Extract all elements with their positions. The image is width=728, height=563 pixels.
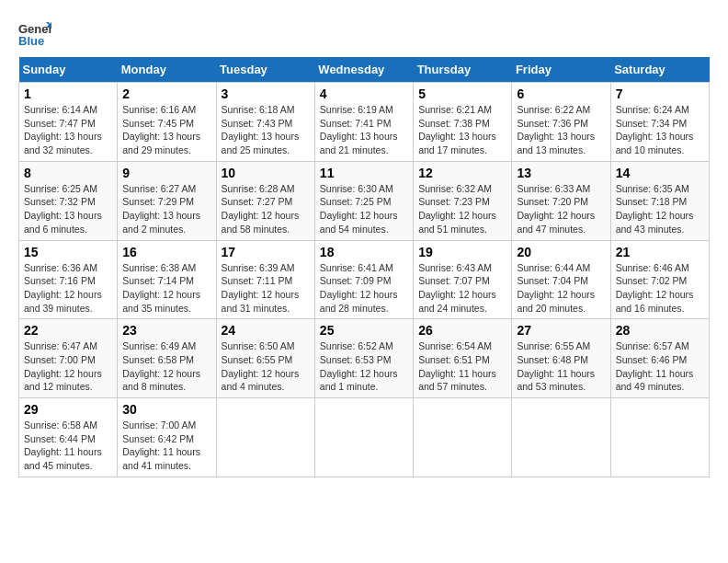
day-number: 14 bbox=[616, 166, 704, 180]
calendar-cell bbox=[414, 398, 512, 477]
calendar-cell: 24Sunrise: 6:50 AM Sunset: 6:55 PM Dayli… bbox=[216, 319, 314, 398]
day-info: Sunrise: 6:47 AM Sunset: 7:00 PM Dayligh… bbox=[24, 339, 112, 394]
day-number: 5 bbox=[418, 86, 506, 101]
day-number: 26 bbox=[418, 323, 506, 338]
calendar-cell: 4Sunrise: 6:19 AM Sunset: 7:41 PM Daylig… bbox=[314, 83, 413, 162]
day-info: Sunrise: 6:36 AM Sunset: 7:16 PM Dayligh… bbox=[24, 261, 112, 316]
week-row-5: 29Sunrise: 6:58 AM Sunset: 6:44 PM Dayli… bbox=[19, 398, 710, 477]
day-number: 28 bbox=[616, 323, 704, 338]
calendar-cell: 30Sunrise: 7:00 AM Sunset: 6:42 PM Dayli… bbox=[118, 398, 216, 477]
header-day-tuesday: Tuesday bbox=[216, 57, 314, 83]
calendar-cell: 15Sunrise: 6:36 AM Sunset: 7:16 PM Dayli… bbox=[19, 240, 118, 319]
day-info: Sunrise: 6:18 AM Sunset: 7:43 PM Dayligh… bbox=[222, 103, 310, 157]
calendar-cell: 8Sunrise: 6:25 AM Sunset: 7:32 PM Daylig… bbox=[19, 161, 118, 240]
calendar-cell: 7Sunrise: 6:24 AM Sunset: 7:34 PM Daylig… bbox=[610, 83, 709, 162]
header: General Blue bbox=[18, 18, 710, 48]
calendar-cell: 16Sunrise: 6:38 AM Sunset: 7:14 PM Dayli… bbox=[118, 240, 216, 319]
calendar-cell: 28Sunrise: 6:57 AM Sunset: 6:46 PM Dayli… bbox=[610, 319, 709, 398]
week-row-3: 15Sunrise: 6:36 AM Sunset: 7:16 PM Dayli… bbox=[19, 240, 710, 319]
header-day-saturday: Saturday bbox=[610, 57, 709, 83]
day-number: 11 bbox=[320, 166, 408, 180]
day-number: 22 bbox=[24, 323, 112, 338]
day-info: Sunrise: 6:41 AM Sunset: 7:09 PM Dayligh… bbox=[320, 261, 408, 316]
day-number: 6 bbox=[517, 86, 605, 101]
day-info: Sunrise: 6:49 AM Sunset: 6:58 PM Dayligh… bbox=[122, 339, 210, 394]
week-row-1: 1Sunrise: 6:14 AM Sunset: 7:47 PM Daylig… bbox=[19, 83, 710, 162]
day-info: Sunrise: 6:55 AM Sunset: 6:48 PM Dayligh… bbox=[517, 339, 605, 394]
header-day-thursday: Thursday bbox=[414, 57, 512, 83]
calendar-cell: 14Sunrise: 6:35 AM Sunset: 7:18 PM Dayli… bbox=[610, 161, 709, 240]
day-number: 4 bbox=[320, 86, 408, 101]
day-info: Sunrise: 6:58 AM Sunset: 6:44 PM Dayligh… bbox=[24, 419, 112, 473]
day-number: 8 bbox=[24, 166, 112, 180]
day-info: Sunrise: 6:35 AM Sunset: 7:18 PM Dayligh… bbox=[616, 182, 704, 236]
day-number: 24 bbox=[222, 323, 310, 338]
day-number: 23 bbox=[122, 323, 210, 338]
day-info: Sunrise: 6:27 AM Sunset: 7:29 PM Dayligh… bbox=[122, 182, 210, 236]
day-info: Sunrise: 6:54 AM Sunset: 6:51 PM Dayligh… bbox=[418, 339, 506, 394]
header-day-monday: Monday bbox=[118, 57, 216, 83]
day-info: Sunrise: 6:16 AM Sunset: 7:45 PM Dayligh… bbox=[122, 103, 210, 157]
day-number: 30 bbox=[122, 402, 210, 417]
calendar-cell: 26Sunrise: 6:54 AM Sunset: 6:51 PM Dayli… bbox=[414, 319, 512, 398]
day-number: 15 bbox=[24, 245, 112, 259]
calendar-cell: 23Sunrise: 6:49 AM Sunset: 6:58 PM Dayli… bbox=[118, 319, 216, 398]
day-info: Sunrise: 6:46 AM Sunset: 7:02 PM Dayligh… bbox=[616, 261, 704, 316]
logo: General Blue bbox=[18, 18, 55, 48]
day-number: 13 bbox=[517, 166, 605, 180]
calendar-cell: 25Sunrise: 6:52 AM Sunset: 6:53 PM Dayli… bbox=[314, 319, 413, 398]
day-info: Sunrise: 6:28 AM Sunset: 7:27 PM Dayligh… bbox=[222, 182, 310, 236]
day-info: Sunrise: 6:30 AM Sunset: 7:25 PM Dayligh… bbox=[320, 182, 408, 236]
day-number: 21 bbox=[616, 245, 704, 259]
logo-icon: General Blue bbox=[18, 18, 51, 48]
header-day-wednesday: Wednesday bbox=[314, 57, 413, 83]
calendar-cell: 29Sunrise: 6:58 AM Sunset: 6:44 PM Dayli… bbox=[19, 398, 118, 477]
day-number: 7 bbox=[616, 86, 704, 101]
day-number: 25 bbox=[320, 323, 408, 338]
day-info: Sunrise: 6:57 AM Sunset: 6:46 PM Dayligh… bbox=[616, 339, 704, 394]
calendar-cell bbox=[314, 398, 413, 477]
calendar-cell: 19Sunrise: 6:43 AM Sunset: 7:07 PM Dayli… bbox=[414, 240, 512, 319]
week-row-2: 8Sunrise: 6:25 AM Sunset: 7:32 PM Daylig… bbox=[19, 161, 710, 240]
svg-text:Blue: Blue bbox=[18, 34, 44, 48]
day-number: 16 bbox=[122, 245, 210, 259]
calendar-cell: 17Sunrise: 6:39 AM Sunset: 7:11 PM Dayli… bbox=[216, 240, 314, 319]
calendar-cell: 20Sunrise: 6:44 AM Sunset: 7:04 PM Dayli… bbox=[512, 240, 610, 319]
day-info: Sunrise: 6:32 AM Sunset: 7:23 PM Dayligh… bbox=[418, 182, 506, 236]
day-number: 20 bbox=[517, 245, 605, 259]
calendar-cell: 18Sunrise: 6:41 AM Sunset: 7:09 PM Dayli… bbox=[314, 240, 413, 319]
calendar-cell: 10Sunrise: 6:28 AM Sunset: 7:27 PM Dayli… bbox=[216, 161, 314, 240]
calendar-cell: 1Sunrise: 6:14 AM Sunset: 7:47 PM Daylig… bbox=[19, 83, 118, 162]
week-row-4: 22Sunrise: 6:47 AM Sunset: 7:00 PM Dayli… bbox=[19, 319, 710, 398]
calendar-cell: 3Sunrise: 6:18 AM Sunset: 7:43 PM Daylig… bbox=[216, 83, 314, 162]
calendar-cell: 22Sunrise: 6:47 AM Sunset: 7:00 PM Dayli… bbox=[19, 319, 118, 398]
day-info: Sunrise: 6:19 AM Sunset: 7:41 PM Dayligh… bbox=[320, 103, 408, 157]
day-info: Sunrise: 6:50 AM Sunset: 6:55 PM Dayligh… bbox=[222, 339, 310, 394]
day-info: Sunrise: 6:22 AM Sunset: 7:36 PM Dayligh… bbox=[517, 103, 605, 157]
day-info: Sunrise: 6:52 AM Sunset: 6:53 PM Dayligh… bbox=[320, 339, 408, 394]
day-number: 12 bbox=[418, 166, 506, 180]
day-info: Sunrise: 6:39 AM Sunset: 7:11 PM Dayligh… bbox=[222, 261, 310, 316]
day-number: 18 bbox=[320, 245, 408, 259]
day-number: 19 bbox=[418, 245, 506, 259]
day-number: 17 bbox=[222, 245, 310, 259]
day-number: 9 bbox=[122, 166, 210, 180]
calendar-cell: 5Sunrise: 6:21 AM Sunset: 7:38 PM Daylig… bbox=[414, 83, 512, 162]
day-info: Sunrise: 6:25 AM Sunset: 7:32 PM Dayligh… bbox=[24, 182, 112, 236]
calendar-cell: 21Sunrise: 6:46 AM Sunset: 7:02 PM Dayli… bbox=[610, 240, 709, 319]
calendar-cell bbox=[610, 398, 709, 477]
day-info: Sunrise: 6:14 AM Sunset: 7:47 PM Dayligh… bbox=[24, 103, 112, 157]
calendar-cell bbox=[512, 398, 610, 477]
day-info: Sunrise: 7:00 AM Sunset: 6:42 PM Dayligh… bbox=[122, 419, 210, 473]
calendar-cell: 9Sunrise: 6:27 AM Sunset: 7:29 PM Daylig… bbox=[118, 161, 216, 240]
day-number: 10 bbox=[222, 166, 310, 180]
day-info: Sunrise: 6:44 AM Sunset: 7:04 PM Dayligh… bbox=[517, 261, 605, 316]
day-info: Sunrise: 6:33 AM Sunset: 7:20 PM Dayligh… bbox=[517, 182, 605, 236]
calendar-cell: 12Sunrise: 6:32 AM Sunset: 7:23 PM Dayli… bbox=[414, 161, 512, 240]
day-number: 27 bbox=[517, 323, 605, 338]
header-row: SundayMondayTuesdayWednesdayThursdayFrid… bbox=[19, 57, 710, 83]
calendar-cell bbox=[216, 398, 314, 477]
day-number: 29 bbox=[24, 402, 112, 417]
day-info: Sunrise: 6:38 AM Sunset: 7:14 PM Dayligh… bbox=[122, 261, 210, 316]
calendar-cell: 2Sunrise: 6:16 AM Sunset: 7:45 PM Daylig… bbox=[118, 83, 216, 162]
